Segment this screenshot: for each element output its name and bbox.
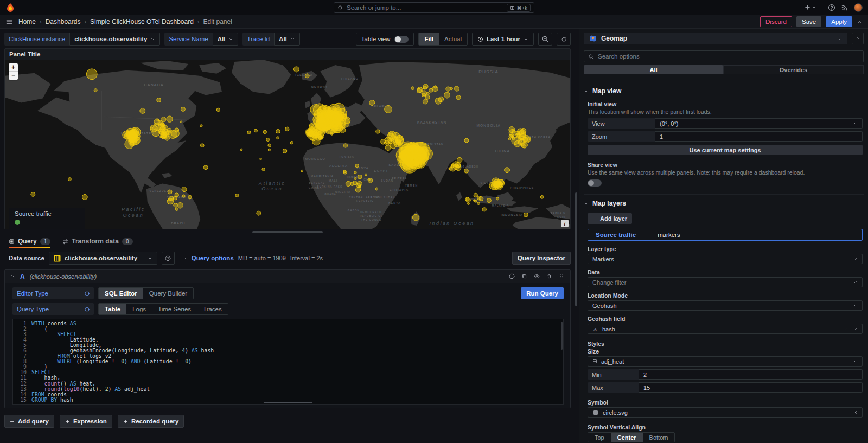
- actual-option[interactable]: Actual: [439, 33, 467, 45]
- traffic-marker[interactable]: [358, 175, 362, 179]
- traffic-marker[interactable]: [260, 158, 262, 160]
- traffic-marker[interactable]: [31, 192, 35, 196]
- options-tab-all[interactable]: All: [584, 65, 723, 74]
- zoom-field-input[interactable]: [655, 131, 863, 142]
- traffic-marker[interactable]: [140, 108, 145, 113]
- traffic-marker[interactable]: [290, 141, 293, 144]
- collapse-sidebar-button[interactable]: [852, 33, 864, 44]
- fill-option[interactable]: Fill: [419, 33, 439, 45]
- traffic-marker[interactable]: [268, 144, 271, 147]
- discard-button[interactable]: Discard: [760, 16, 792, 27]
- traffic-marker[interactable]: [365, 174, 367, 176]
- panel-header[interactable]: Panel Title: [5, 49, 570, 60]
- traffic-marker[interactable]: [240, 149, 242, 151]
- map-attribution-button[interactable]: i: [561, 220, 569, 227]
- traffic-marker[interactable]: [150, 127, 153, 130]
- traffic-marker[interactable]: [346, 181, 350, 186]
- datasource-help-button[interactable]: [162, 252, 175, 265]
- traffic-marker[interactable]: [429, 88, 433, 92]
- traffic-marker[interactable]: [477, 202, 480, 205]
- traffic-marker[interactable]: [375, 188, 378, 190]
- map-zoom-out-button[interactable]: −: [9, 72, 18, 80]
- traffic-marker[interactable]: [168, 190, 172, 194]
- view-field-select[interactable]: (0°, 0°): [655, 118, 863, 129]
- valign-bottom-option[interactable]: Bottom: [643, 433, 675, 442]
- traffic-marker[interactable]: [173, 196, 177, 200]
- traffic-marker[interactable]: [355, 187, 361, 192]
- traffic-marker[interactable]: [68, 178, 71, 181]
- query-builder-option[interactable]: Query Builder: [143, 288, 193, 299]
- help-icon[interactable]: [828, 4, 835, 11]
- add-menu-button[interactable]: [805, 4, 816, 10]
- add-query-button[interactable]: Add query: [4, 415, 54, 428]
- traffic-marker[interactable]: [493, 184, 497, 188]
- traffic-marker[interactable]: [355, 164, 359, 168]
- collapse-query-icon[interactable]: [10, 274, 15, 279]
- options-tab-overrides[interactable]: Overrides: [723, 65, 864, 74]
- traffic-marker[interactable]: [423, 99, 427, 104]
- traffic-marker[interactable]: [456, 95, 461, 100]
- traffic-marker[interactable]: [427, 93, 430, 95]
- traffic-marker[interactable]: [467, 202, 469, 204]
- run-query-button[interactable]: Run Query: [521, 287, 564, 299]
- traffic-marker[interactable]: [464, 169, 469, 173]
- traffic-marker[interactable]: [216, 108, 220, 111]
- query-options-toggle[interactable]: Query options: [192, 255, 234, 261]
- traffic-marker[interactable]: [368, 178, 370, 181]
- grafana-logo-icon[interactable]: [5, 3, 15, 12]
- traffic-marker[interactable]: [395, 136, 404, 144]
- traffic-marker[interactable]: [412, 214, 419, 221]
- geohash-field-select[interactable]: A hash: [588, 324, 863, 334]
- traffic-marker[interactable]: [266, 138, 270, 142]
- traffic-marker[interactable]: [247, 131, 251, 134]
- traffic-marker[interactable]: [305, 74, 309, 78]
- traffic-marker[interactable]: [235, 194, 239, 197]
- traffic-marker[interactable]: [283, 149, 287, 153]
- traffic-marker[interactable]: [336, 127, 338, 130]
- symbol-select[interactable]: circle.svg: [588, 407, 863, 418]
- traffic-marker[interactable]: [350, 182, 354, 186]
- valign-center-option[interactable]: Center: [611, 433, 643, 442]
- traffic-marker[interactable]: [389, 132, 393, 136]
- zoom-out-time-button[interactable]: [538, 33, 552, 46]
- traffic-marker[interactable]: [94, 89, 97, 92]
- traffic-marker[interactable]: [540, 195, 544, 198]
- data-select[interactable]: Change filter: [588, 277, 863, 287]
- min-input[interactable]: [639, 369, 863, 380]
- traffic-marker[interactable]: [330, 130, 333, 133]
- traffic-marker[interactable]: [276, 129, 280, 133]
- geomap-canvas[interactable]: RUSSIACANADAUNITED STATESKAZAKHSTANMONGO…: [5, 60, 570, 229]
- share-view-toggle[interactable]: [588, 179, 602, 187]
- news-icon[interactable]: [841, 4, 848, 11]
- breadcrumb-dashboards[interactable]: Dashboards: [46, 18, 81, 25]
- time-range-picker[interactable]: Last 1 hour: [472, 33, 534, 46]
- query-type-time-series[interactable]: Time Series: [152, 304, 197, 314]
- traffic-marker[interactable]: [356, 183, 361, 188]
- traffic-marker[interactable]: [200, 144, 204, 147]
- traffic-marker[interactable]: [323, 129, 327, 133]
- code-content[interactable]: WITH coords AS ( SELECT Latitude, Longit…: [31, 321, 563, 404]
- use-current-map-settings-button[interactable]: Use current map settings: [588, 145, 863, 155]
- traffic-marker[interactable]: [344, 117, 350, 124]
- search-input[interactable]: Search or jump to... ⌘+k: [334, 2, 534, 13]
- clear-icon[interactable]: [853, 410, 858, 415]
- traffic-marker[interactable]: [82, 194, 87, 200]
- traffic-marker[interactable]: [169, 196, 174, 201]
- traffic-marker[interactable]: [180, 121, 182, 123]
- traffic-marker[interactable]: [385, 145, 391, 150]
- sql-editor-option[interactable]: SQL Editor: [99, 288, 143, 299]
- traffic-marker[interactable]: [200, 125, 202, 127]
- traffic-marker[interactable]: [446, 87, 450, 91]
- traffic-marker[interactable]: [277, 137, 279, 139]
- traffic-marker[interactable]: [293, 67, 299, 72]
- traffic-marker[interactable]: [340, 127, 346, 133]
- map-zoom-in-button[interactable]: +: [9, 63, 18, 72]
- traffic-marker[interactable]: [505, 168, 510, 173]
- location-mode-select[interactable]: Geohash: [588, 300, 863, 311]
- traffic-marker[interactable]: [129, 130, 138, 139]
- traffic-marker[interactable]: [457, 157, 462, 163]
- max-input[interactable]: [639, 382, 863, 393]
- traffic-marker[interactable]: [454, 86, 459, 91]
- traffic-marker[interactable]: [385, 105, 392, 113]
- traffic-marker[interactable]: [524, 213, 528, 217]
